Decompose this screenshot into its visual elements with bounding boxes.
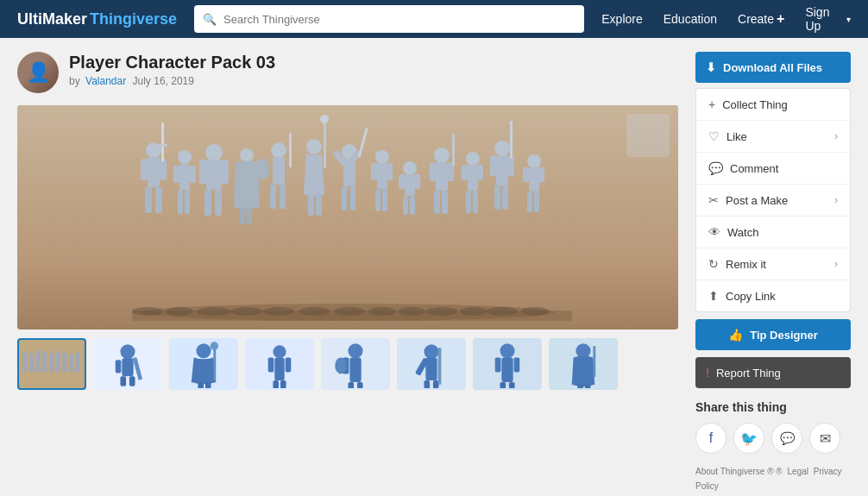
post-make-left: ✂ Post a Make [708,193,788,207]
svg-point-118 [273,345,286,358]
share-email-button[interactable]: ✉ [809,423,840,454]
footer-about[interactable]: About Thingiverse ® [695,467,774,476]
thumbnail-3[interactable] [245,338,314,390]
svg-rect-97 [36,350,41,373]
svg-rect-141 [500,382,506,389]
comment-action[interactable]: 💬 Comment [696,153,850,185]
footer-links: About Thingiverse ® ® Legal Privacy Poli… [695,464,851,496]
thumbnail-4[interactable] [321,338,390,390]
nav-signup[interactable]: Sign Up ▾ [805,5,851,33]
report-icon: ! [706,366,709,380]
svg-rect-63 [466,191,471,213]
svg-rect-75 [529,167,539,191]
logo-ultimaker: UltiMaker [17,10,87,28]
svg-rect-102 [69,355,73,373]
search-input[interactable] [223,13,576,26]
svg-rect-46 [371,163,377,180]
svg-rect-113 [198,382,204,389]
watch-label: Watch [727,226,758,239]
share-title: Share this thing [695,400,851,414]
svg-rect-55 [436,162,448,191]
watch-action[interactable]: 👁 Watch [696,217,850,248]
svg-rect-10 [179,164,190,190]
like-arrow-icon: › [834,130,838,142]
svg-rect-23 [247,207,252,224]
svg-rect-107 [120,376,126,386]
comment-left: 💬 Comment [708,161,778,175]
svg-rect-103 [76,352,80,373]
share-whatsapp-button[interactable]: 💬 [771,423,802,454]
svg-rect-56 [434,191,440,214]
svg-rect-99 [49,354,53,373]
svg-rect-114 [205,382,211,389]
main-container: 👤 Player Character Pack 03 by Valandar J… [0,38,868,496]
svg-rect-25 [273,157,285,185]
svg-rect-17 [204,190,211,216]
thumbnail-5[interactable] [397,338,466,390]
svg-rect-77 [534,191,539,212]
svg-point-85 [263,307,294,316]
copy-link-left: ⬆ Copy Link [708,289,776,303]
search-icon: 🔍 [203,13,217,26]
svg-rect-20 [221,160,229,184]
svg-rect-53 [414,174,420,189]
svg-point-74 [527,154,541,168]
author-link[interactable]: Valandar [85,75,126,87]
thumbnail-6[interactable] [473,338,542,390]
share-facebook-button[interactable]: f [695,423,726,454]
svg-point-84 [231,307,262,316]
nav-explore[interactable]: Explore [601,12,642,26]
svg-rect-78 [523,167,529,182]
header: UltiMaker Thingiverse 🔍 Explore Educatio… [0,0,868,38]
svg-rect-137 [438,348,442,385]
create-label: Create [738,12,774,26]
nav-education[interactable]: Education [664,12,717,26]
svg-rect-134 [424,380,430,389]
logo[interactable]: UltiMaker Thingiverse [17,10,177,28]
svg-point-9 [178,150,192,164]
footer-legal[interactable]: Legal [788,467,808,476]
svg-point-54 [434,148,450,163]
share-section: Share this thing f 🐦 💬 ✉ [695,400,851,454]
thumbnail-2[interactable] [169,338,238,390]
svg-rect-120 [273,380,279,389]
svg-rect-31 [308,194,314,216]
thumbnail-7[interactable] [549,338,618,390]
svg-rect-115 [213,348,216,380]
main-image-area [17,105,678,330]
svg-rect-126 [349,357,361,382]
download-icon: ⬇ [706,60,716,74]
thumbnail-1[interactable] [93,338,162,390]
download-all-button[interactable]: ⬇ Download All Files [695,52,851,83]
svg-point-88 [368,307,396,316]
share-twitter-button[interactable]: 🐦 [733,423,764,454]
svg-rect-135 [433,380,439,389]
svg-rect-16 [206,160,222,190]
svg-point-139 [500,343,514,358]
download-label: Download All Files [723,61,822,74]
tip-designer-button[interactable]: 👍 Tip Designer [695,319,851,350]
svg-point-81 [132,307,163,316]
tip-icon: 👍 [728,328,743,342]
report-label: Report Thing [716,367,781,380]
remix-action[interactable]: ↻ Remix it › [696,248,850,280]
svg-rect-144 [514,357,520,372]
svg-rect-38 [350,186,355,210]
thumbnail-0[interactable] [17,338,86,390]
svg-rect-109 [116,360,122,373]
signup-chevron-icon: ▾ [846,15,851,24]
avatar-placeholder: 👤 [27,61,50,84]
svg-rect-14 [190,166,196,183]
post-make-action[interactable]: ✂ Post a Make › [696,185,850,217]
svg-point-105 [120,344,135,359]
nav-create[interactable]: Create + [738,11,784,27]
svg-rect-100 [56,351,60,373]
report-button[interactable]: ! Report Thing [695,357,851,388]
like-action[interactable]: ♡ Like › [696,121,850,153]
svg-rect-27 [280,185,286,209]
search-bar[interactable]: 🔍 [194,5,584,33]
copy-link-action[interactable]: ⬆ Copy Link [696,280,850,311]
svg-rect-98 [43,352,47,373]
svg-rect-11 [178,190,183,214]
collect-action[interactable]: + Collect Thing [696,89,850,121]
